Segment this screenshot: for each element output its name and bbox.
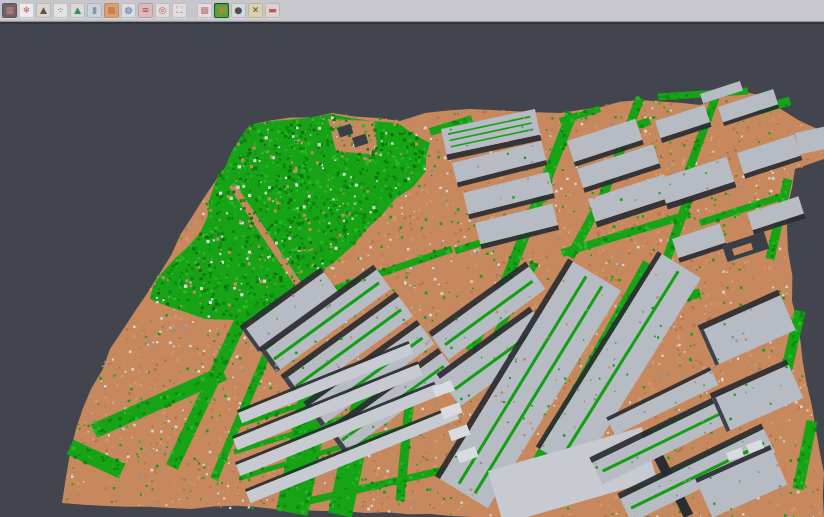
target-icon[interactable]: ◎ bbox=[155, 3, 170, 18]
globe-icon[interactable]: ◍ bbox=[121, 3, 136, 18]
sparse-points-icon[interactable]: ⁘ bbox=[53, 3, 68, 18]
open-cloud-icon[interactable]: ▦ bbox=[2, 3, 17, 18]
terrain-icon[interactable]: ▲ bbox=[36, 3, 51, 18]
grid-icon[interactable]: ▩ bbox=[197, 3, 212, 18]
pointcloud-scene bbox=[0, 24, 824, 517]
3d-viewport[interactable] bbox=[0, 22, 824, 517]
viewer-window: ▦❄▲⁘▲▮■◍≡◎⛶▩▦●✕▬ bbox=[0, 0, 824, 517]
hill-icon[interactable]: ▲ bbox=[70, 3, 85, 18]
sphere-icon[interactable]: ● bbox=[231, 3, 246, 18]
classification-icon[interactable]: ▦ bbox=[214, 3, 229, 18]
ground-icon[interactable]: ■ bbox=[104, 3, 119, 18]
extent-icon[interactable]: ⛶ bbox=[172, 3, 187, 18]
measure-icon[interactable]: ✕ bbox=[248, 3, 263, 18]
flag-icon[interactable]: ▬ bbox=[265, 3, 280, 18]
profile-icon[interactable]: ▮ bbox=[87, 3, 102, 18]
layers-icon[interactable]: ≡ bbox=[138, 3, 153, 18]
points-icon[interactable]: ❄ bbox=[19, 3, 34, 18]
toolbar: ▦❄▲⁘▲▮■◍≡◎⛶▩▦●✕▬ bbox=[0, 0, 824, 22]
